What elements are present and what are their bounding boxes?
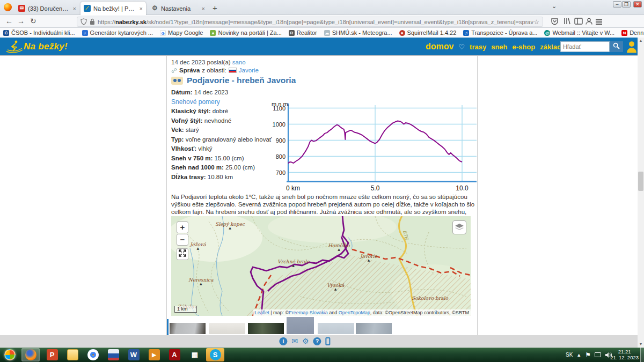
squirrelmail-favicon: ● bbox=[399, 30, 405, 36]
taskbar-presentation-app[interactable]: P bbox=[43, 348, 61, 361]
bookmark-item[interactable]: ▲Novinky na portáli | Za... bbox=[210, 29, 281, 36]
tab-close-icon[interactable]: × bbox=[140, 5, 143, 12]
bookmark-item[interactable]: NDenník N - Nezávislé ... bbox=[621, 29, 644, 36]
bookmark-item[interactable]: ●SquirrelMail 1.4.22 bbox=[399, 29, 457, 36]
scroll-up-arrow[interactable]: ▲ bbox=[638, 38, 644, 44]
browser-titlebar: ✉ (33) Doručené – Seznam Email × ⟋ Na be… bbox=[0, 0, 644, 15]
photo-thumbnail[interactable] bbox=[209, 323, 245, 334]
search-input[interactable] bbox=[560, 41, 610, 52]
action-center-flag-icon[interactable]: ⚑ bbox=[585, 351, 591, 359]
reload-button[interactable]: ↻ bbox=[30, 17, 36, 25]
mobile-phone-icon[interactable] bbox=[326, 337, 331, 345]
report-region-line: Správa z oblasti: Javorie bbox=[171, 67, 259, 73]
window-maximize-button[interactable]: ❐ bbox=[622, 1, 631, 8]
scroll-down-arrow[interactable]: ▼ bbox=[638, 341, 644, 348]
bookmark-item[interactable]: RRealitor bbox=[289, 29, 317, 36]
photo-thumbnail[interactable] bbox=[356, 323, 392, 334]
tab-settings[interactable]: ⚙ Nastavenia × bbox=[148, 2, 208, 15]
detail-row: Sneh v 750 m: 15.00 (cm) bbox=[171, 154, 272, 164]
user-profile-icon[interactable] bbox=[626, 40, 638, 53]
skier-icon bbox=[5, 40, 24, 54]
photo-thumbnail[interactable] bbox=[248, 323, 284, 334]
sidebar-icon[interactable] bbox=[574, 17, 583, 26]
heart-icon[interactable]: ♡ bbox=[458, 43, 465, 51]
bookmark-item[interactable]: GMapy Google bbox=[160, 29, 203, 36]
svg-text:0 km: 0 km bbox=[286, 184, 300, 192]
back-button[interactable]: ← bbox=[5, 17, 13, 25]
nav-sneh[interactable]: sneh bbox=[491, 43, 507, 51]
tray-expand-arrow-icon[interactable]: ▲ bbox=[576, 352, 581, 358]
tab-title: Na bežky! | Page 2 | bbox=[93, 5, 136, 12]
svg-text:800: 800 bbox=[276, 153, 286, 160]
clock-time: 21:21 bbox=[610, 349, 639, 354]
tab-title: (33) Doručené – Seznam Email bbox=[28, 5, 70, 12]
taskbar-media-player[interactable]: ▶ bbox=[145, 348, 163, 361]
account-icon[interactable] bbox=[585, 17, 594, 26]
tab-close-icon[interactable]: × bbox=[202, 5, 205, 12]
taskbar-explorer[interactable] bbox=[63, 348, 82, 361]
svg-text:700: 700 bbox=[276, 169, 286, 176]
detail-row: Dĺžka trasy: 10.80 km bbox=[171, 173, 272, 182]
nav-eshop[interactable]: e-shop bbox=[513, 43, 536, 51]
search-button[interactable] bbox=[610, 41, 623, 52]
mail-icon[interactable]: ✉ bbox=[291, 337, 298, 345]
region-link[interactable]: Javorie bbox=[239, 67, 259, 73]
author-link[interactable]: sano bbox=[232, 59, 246, 65]
window-close-button[interactable]: ✕ bbox=[633, 1, 642, 8]
url-text: https://nabezky.sk/sk/node/1?type_i18n[m… bbox=[98, 19, 533, 25]
settings-gear-icon[interactable]: ⚙ bbox=[302, 337, 309, 345]
network-icon[interactable] bbox=[595, 352, 601, 357]
taskbar-chrome[interactable] bbox=[84, 348, 102, 361]
snow-conditions-link[interactable]: Snehové pomery bbox=[171, 98, 220, 106]
bookmark-item[interactable]: ♫Transpozice - Úprava a... bbox=[463, 29, 537, 36]
taskbar-file-manager[interactable] bbox=[104, 348, 122, 361]
nav-domov[interactable]: domov bbox=[426, 42, 453, 51]
nav-trasy[interactable]: trasy bbox=[470, 43, 486, 51]
info-icon[interactable]: i bbox=[279, 337, 287, 345]
pocket-icon[interactable] bbox=[551, 17, 559, 26]
taskbar-calculator[interactable]: ▦ bbox=[186, 348, 204, 361]
taskbar-skype[interactable]: S bbox=[206, 348, 224, 361]
map-fullscreen-button[interactable] bbox=[177, 248, 188, 260]
leaflet-map[interactable]: Slepý kopec▲ Ježová▲ Neresnica▲ Zálužov … bbox=[171, 216, 471, 316]
tab-close-icon[interactable]: × bbox=[73, 5, 76, 12]
map-layers-button[interactable] bbox=[452, 220, 466, 234]
bookmark-star-icon[interactable]: ☆ bbox=[533, 18, 539, 26]
photo-thumbnail-selected[interactable] bbox=[287, 317, 314, 334]
new-tab-button[interactable]: + bbox=[213, 3, 217, 12]
library-icon[interactable] bbox=[563, 17, 572, 26]
taskbar-clock[interactable]: 21:21 21. 12. 2023 bbox=[610, 349, 639, 360]
page-title[interactable]: Podjavorie - hrebeň Javoria bbox=[187, 76, 296, 85]
datum-label: Dátum: bbox=[171, 89, 193, 95]
ski-goggles-icon bbox=[171, 77, 183, 85]
taskbar-word[interactable]: W bbox=[125, 348, 143, 361]
menu-hamburger-icon[interactable] bbox=[596, 18, 604, 27]
tab-email[interactable]: ✉ (33) Doručené – Seznam Email × bbox=[15, 2, 79, 15]
page-scrollbar[interactable]: ▲ ▼ bbox=[638, 38, 644, 348]
photo-thumbnail[interactable] bbox=[170, 323, 206, 334]
map-zoom-in-button[interactable]: + bbox=[177, 221, 188, 233]
bookmark-item[interactable]: ☁SHMÚ.sk - Meteogra... bbox=[324, 29, 392, 36]
scrollbar-thumb[interactable] bbox=[638, 172, 643, 191]
bookmark-item[interactable]: @Webmail :: Vitajte v W... bbox=[544, 29, 614, 36]
tab-nabezky[interactable]: ⟋ Na bežky! | Page 2 | × bbox=[80, 2, 146, 15]
url-bar[interactable]: https://nabezky.sk/sk/node/1?type_i18n[m… bbox=[77, 17, 543, 27]
bookmark-item[interactable]: ♪Generátor kytarových ... bbox=[82, 29, 153, 36]
window-minimize-button[interactable]: – bbox=[613, 1, 621, 8]
site-logo[interactable]: Na bežky! bbox=[5, 40, 68, 54]
leaflet-link[interactable]: Leaflet bbox=[255, 310, 269, 315]
help-icon[interactable]: ? bbox=[313, 337, 321, 345]
map-zoom-out-button[interactable]: − bbox=[177, 234, 188, 246]
bookmark-item[interactable]: ČČSOB - Individuálni kli... bbox=[3, 29, 75, 36]
tracking-shield-icon[interactable] bbox=[80, 18, 87, 25]
show-desktop-button[interactable] bbox=[640, 348, 644, 362]
taskbar-acrobat[interactable]: A bbox=[165, 348, 184, 361]
forward-button[interactable]: → bbox=[17, 17, 25, 25]
freemap-link[interactable]: Freemap Slovakia bbox=[289, 310, 328, 315]
start-button[interactable] bbox=[4, 349, 16, 360]
taskbar-firefox[interactable] bbox=[21, 348, 40, 361]
opentopomap-link[interactable]: OpenTopoMap bbox=[339, 310, 370, 315]
language-indicator[interactable]: SK bbox=[566, 352, 573, 358]
tab-overflow-chevron-icon[interactable]: ⌄ bbox=[552, 3, 557, 10]
photo-thumbnail[interactable] bbox=[318, 323, 354, 334]
